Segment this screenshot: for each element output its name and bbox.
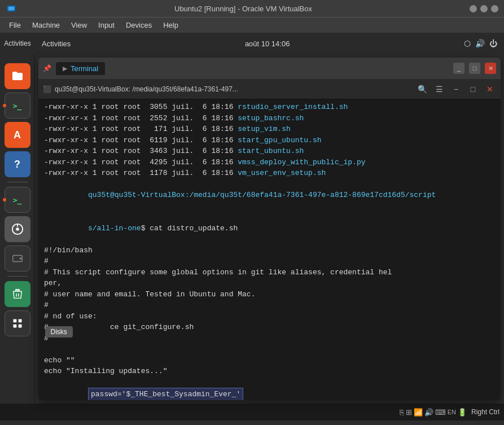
terminal-pin-icon: 📌 (43, 64, 51, 72)
terminal-minimize-btn[interactable]: _ (453, 63, 464, 74)
menu-machine[interactable]: Machine (28, 20, 64, 30)
activities-label[interactable]: Activities (4, 40, 30, 47)
tray-icons: ⎘ ⊞ 📶 🔊 ⌨ EN 🔋 (400, 408, 467, 417)
script-blank-1 (44, 344, 495, 355)
sidebar-item-terminal[interactable]: >_ (5, 93, 30, 119)
file-line-2: -rwxr-xr-x 1 root root 2552 juil. 6 18:1… (44, 113, 495, 124)
file-line-3: -rwxr-xr-x 1 root root 171 juil. 6 18:16… (44, 124, 495, 135)
password-highlight: passwd='$_THE_best_Sysadmin_Ever_' (88, 388, 243, 400)
password-line: passwd='$_THE_best_Sysadmin_Ever_' (44, 377, 495, 401)
activities-btn[interactable]: Activities (42, 40, 71, 48)
file-line-5: -rwxr-xr-x 1 root root 3463 juil. 6 18:1… (44, 146, 495, 157)
sidebar-item-help[interactable]: ? (5, 151, 30, 177)
menu-view[interactable]: View (67, 20, 91, 30)
tray-icon-5[interactable]: ⌨ (435, 408, 446, 417)
menu-file[interactable]: File (5, 20, 25, 30)
title-bar: Ubuntu2 [Running] - Oracle VM VirtualBox (0, 0, 504, 17)
sidebar-item-files[interactable] (5, 63, 30, 89)
svg-point-3 (16, 227, 19, 231)
tray-icon-1[interactable]: ⎘ (400, 408, 404, 417)
tray-icon-2[interactable]: ⊞ (406, 408, 412, 417)
script-comment-3: per, (44, 278, 495, 289)
terminal-controls: _ □ ✕ (453, 63, 496, 74)
svg-rect-10 (18, 325, 21, 328)
ubuntu-panel: Activities août 10 14:06 ⬡ 🔊 ⏻ (35, 33, 504, 54)
sidebar-item-disk2[interactable] (5, 246, 30, 271)
menu-bar: File Machine View Input Devices Help (0, 17, 504, 33)
echo-1: echo "" (44, 355, 495, 366)
svg-rect-8 (18, 319, 21, 323)
file-line-6: -rwxr-xr-x 1 root root 4295 juil. 6 18:1… (44, 157, 495, 168)
svg-rect-7 (13, 319, 16, 323)
close-button[interactable] (491, 5, 498, 12)
desktop-area: Activities >_ A ? (0, 33, 504, 404)
script-comment-5: # (44, 300, 495, 311)
menu-help[interactable]: Help (159, 20, 183, 30)
svg-rect-9 (13, 325, 16, 328)
menu-devices[interactable]: Devices (121, 20, 156, 30)
prompt-line-1: qu35t@qu35t-VirtualBox:/media/qu35t/68ef… (44, 179, 495, 212)
menu-input[interactable]: Input (94, 20, 119, 30)
panel-network-icon[interactable]: ⬡ (464, 39, 471, 48)
terminal-maximize-btn[interactable]: □ (469, 63, 480, 74)
terminal-prompt-icon: ▶ (63, 65, 67, 72)
panel-datetime: août 10 14:06 (245, 40, 290, 48)
file-line-4: -rwxr-xr-x 1 root root 6119 juil. 6 18:1… (44, 135, 495, 146)
terminal-path: qu35t@qu35t-VirtualBox: /media/qu35t/68e… (55, 85, 413, 93)
addr-term-icon: ⬛ (43, 85, 51, 93)
sidebar-item-trash[interactable] (5, 281, 30, 307)
terminal-close-btn[interactable]: ✕ (485, 63, 496, 74)
terminal-title-bar: 📌 ▶ Terminal _ □ ✕ (38, 58, 501, 79)
maximize-button[interactable] (480, 5, 488, 12)
tray-icon-4[interactable]: 🔊 (424, 408, 433, 417)
sidebar-item-grid[interactable] (5, 310, 30, 336)
echo-2: echo "Installing updates..." (44, 366, 495, 377)
taskbar-right: ⎘ ⊞ 📶 🔊 ⌨ EN 🔋 Right Ctrl (400, 408, 499, 417)
script-comment-1: # (44, 256, 495, 267)
terminal-tab[interactable]: ▶ Terminal (56, 62, 105, 75)
panel-power-icon[interactable]: ⏻ (489, 39, 497, 48)
tray-icon-3[interactable]: 📶 (414, 408, 423, 417)
sidebar-item-terminal2[interactable]: >_ (5, 187, 30, 213)
disks-tooltip: Disks (45, 326, 73, 338)
panel-left: Activities (42, 40, 71, 48)
script-shebang: #!/bin/bash (44, 245, 495, 256)
virtualbox-icon (6, 3, 17, 14)
sidebar-item-disks[interactable]: Disks (5, 216, 30, 242)
sidebar-item-appstore[interactable]: A (5, 122, 30, 148)
terminal-tab-label: Terminal (71, 64, 98, 73)
minimize-button[interactable] (470, 5, 477, 12)
script-comment-8: # (44, 333, 495, 344)
terminal-address-bar: ⬛ qu35t@qu35t-VirtualBox: /media/qu35t/6… (38, 79, 501, 99)
main-content: Activities août 10 14:06 ⬡ 🔊 ⏻ 📌 ▶ Termi… (35, 33, 504, 404)
window-controls (470, 5, 498, 12)
file-line-7: -rwxr-xr-x 1 root root 1178 juil. 6 18:1… (44, 168, 495, 179)
addr-menu-btn[interactable]: ☰ (433, 83, 445, 95)
addr-close-btn[interactable]: ✕ (484, 83, 496, 95)
sidebar-dock: Activities >_ A ? (0, 33, 35, 404)
right-ctrl-label: Right Ctrl (471, 408, 499, 416)
addr-search-btn[interactable]: 🔍 (416, 83, 428, 95)
script-comment-4: # user name and email. Tested in Ubuntu … (44, 289, 495, 300)
svg-rect-1 (8, 7, 14, 10)
prompt-line-1b: s/all-in-one$ cat distro_update.sh (44, 212, 495, 245)
addr-max-btn[interactable]: □ (467, 83, 479, 95)
window-title: Ubuntu2 [Running] - Oracle VM VirtualBox (17, 5, 470, 13)
taskbar: ⎘ ⊞ 📶 🔊 ⌨ EN 🔋 Right Ctrl (0, 404, 504, 420)
addr-actions: 🔍 ☰ − □ ✕ (416, 83, 496, 95)
svg-point-6 (19, 257, 21, 260)
script-comment-7: # ce git_configure.sh (44, 322, 495, 333)
script-comment-6: # nd of use: (44, 311, 495, 322)
panel-sound-icon[interactable]: 🔊 (475, 39, 485, 48)
file-line-1: -rwxr-xr-x 1 root root 3055 juil. 6 18:1… (44, 102, 495, 113)
terminal-content[interactable]: -rwxr-xr-x 1 root root 3055 juil. 6 18:1… (38, 99, 501, 400)
panel-right: ⬡ 🔊 ⏻ (464, 39, 497, 48)
tray-icon-7[interactable]: 🔋 (458, 408, 467, 417)
tray-icon-6[interactable]: EN (448, 409, 456, 415)
script-comment-2: # This script configure some global opti… (44, 267, 495, 278)
terminal-window: 📌 ▶ Terminal _ □ ✕ ⬛ qu35t@qu35t-Virtual… (38, 58, 501, 400)
addr-min-btn[interactable]: − (450, 83, 462, 95)
